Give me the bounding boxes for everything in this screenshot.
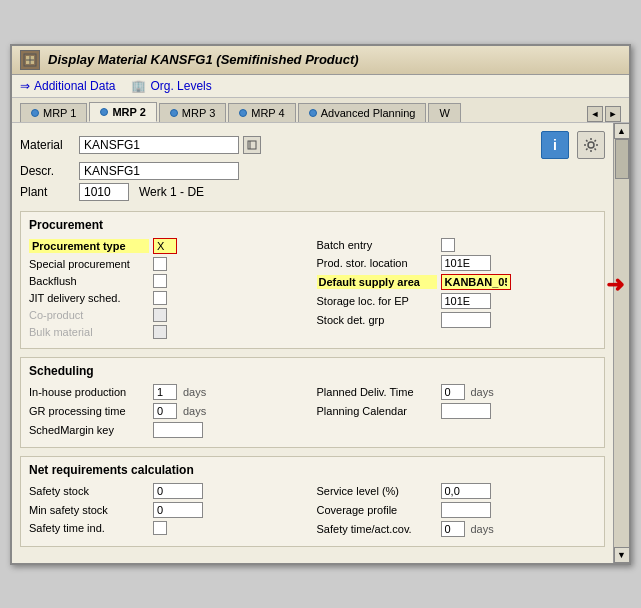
plant-name: Werk 1 - DE [139,185,204,199]
stock-det-grp-label: Stock det. grp [317,314,437,326]
jit-checkbox[interactable] [153,291,167,305]
net-req-right: Service level (%) Coverage profile Safet… [317,483,597,540]
special-procurement-row: Special procurement [29,257,309,271]
net-requirements-section: Net requirements calculation Safety stoc… [20,456,605,547]
descr-label: Descr. [20,164,75,178]
in-house-prod-input[interactable] [153,384,177,400]
tab-mrp1[interactable]: MRP 1 [20,103,87,122]
in-house-prod-label: In-house production [29,386,149,398]
plant-row: Plant Werk 1 - DE [20,183,605,201]
default-supply-label: Default supply area [317,275,437,289]
tab-prev-btn[interactable]: ◄ [587,106,603,122]
batch-entry-label: Batch entry [317,239,437,251]
header-fields: Material i [20,131,605,201]
default-supply-row: Default supply area ➜ [317,274,597,290]
stock-det-grp-input[interactable] [441,312,491,328]
main-content: Material i [12,123,613,563]
tab-dot-mrp2 [100,108,108,116]
top-right-buttons: i [533,131,605,159]
safety-time-cov-row: Safety time/act.cov. days [317,521,597,537]
main-layout: Material i [12,123,629,563]
tab-mrp1-label: MRP 1 [43,107,76,119]
sched-margin-label: SchedMargin key [29,424,149,436]
backflush-label: Backflush [29,275,149,287]
safety-stock-row: Safety stock [29,483,309,499]
gr-processing-row: GR processing time days [29,403,309,419]
material-input[interactable] [79,136,239,154]
scroll-thumb[interactable] [615,139,629,179]
tab-next-btn[interactable]: ► [605,106,621,122]
safety-time-ind-checkbox[interactable] [153,521,167,535]
descr-input[interactable] [79,162,239,180]
storage-loc-ep-label: Storage loc. for EP [317,295,437,307]
material-label: Material [20,138,75,152]
plant-input[interactable] [79,183,129,201]
org-levels-link[interactable]: 🏢 Org. Levels [131,79,211,93]
settings-button[interactable] [577,131,605,159]
safety-time-ind-label: Safety time ind. [29,522,149,534]
descr-row: Descr. [20,162,605,180]
gr-processing-input[interactable] [153,403,177,419]
red-arrow-indicator: ➜ [606,272,624,298]
scheduling-title: Scheduling [29,364,596,378]
gr-processing-label: GR processing time [29,405,149,417]
tab-mrp2[interactable]: MRP 2 [89,102,156,122]
planning-calendar-input[interactable] [441,403,491,419]
scroll-up-btn[interactable]: ▲ [614,123,630,139]
tab-dot-advanced [309,109,317,117]
planned-deliv-days: days [471,386,494,398]
sched-margin-input[interactable] [153,422,203,438]
default-supply-input[interactable] [441,274,511,290]
bulk-material-checkbox [153,325,167,339]
additional-data-link[interactable]: ⇒ Additional Data [20,79,115,93]
tab-advanced-planning[interactable]: Advanced Planning [298,103,427,122]
gr-processing-days: days [183,405,206,417]
planned-deliv-label: Planned Deliv. Time [317,386,437,398]
scroll-down-btn[interactable]: ▼ [614,547,630,563]
min-safety-stock-input[interactable] [153,502,203,518]
safety-time-cov-label: Safety time/act.cov. [317,523,437,535]
plant-label: Plant [20,185,75,199]
procurement-type-row: Procurement type [29,238,309,254]
service-level-label: Service level (%) [317,485,437,497]
scrollbar: ▲ ▼ [613,123,629,563]
jit-row: JIT delivery sched. [29,291,309,305]
special-procurement-label: Special procurement [29,258,149,270]
material-input-btn[interactable] [243,136,261,154]
tab-mrp4[interactable]: MRP 4 [228,103,295,122]
sched-margin-row: SchedMargin key [29,422,309,438]
safety-stock-input[interactable] [153,483,203,499]
tab-advanced-label: Advanced Planning [321,107,416,119]
in-house-prod-days: days [183,386,206,398]
net-requirements-title: Net requirements calculation [29,463,596,477]
backflush-checkbox[interactable] [153,274,167,288]
tabs-bar: MRP 1 MRP 2 MRP 3 MRP 4 Advanced Plannin… [12,98,629,123]
coverage-profile-label: Coverage profile [317,504,437,516]
min-safety-stock-row: Min safety stock [29,502,309,518]
co-product-label: Co-product [29,309,149,321]
co-product-row: Co-product [29,308,309,322]
planned-deliv-row: Planned Deliv. Time days [317,384,597,400]
svg-rect-4 [248,141,256,149]
safety-time-cov-days: days [471,523,494,535]
planned-deliv-input[interactable] [441,384,465,400]
procurement-type-input[interactable] [153,238,177,254]
bulk-material-row: Bulk material [29,325,309,339]
safety-time-cov-input[interactable] [441,521,465,537]
jit-label: JIT delivery sched. [29,292,149,304]
tab-dot-mrp4 [239,109,247,117]
tab-mrp3[interactable]: MRP 3 [159,103,226,122]
batch-entry-row: Batch entry [317,238,597,252]
tab-mrp3-label: MRP 3 [182,107,215,119]
storage-loc-ep-input[interactable] [441,293,491,309]
app-icon [20,50,40,70]
coverage-profile-input[interactable] [441,502,491,518]
service-level-input[interactable] [441,483,491,499]
special-procurement-checkbox[interactable] [153,257,167,271]
info-button[interactable]: i [541,131,569,159]
tab-w[interactable]: W [428,103,460,122]
batch-entry-checkbox[interactable] [441,238,455,252]
prod-stor-input[interactable] [441,255,491,271]
scheduling-right: Planned Deliv. Time days Planning Calend… [317,384,597,441]
svg-point-6 [588,142,594,148]
